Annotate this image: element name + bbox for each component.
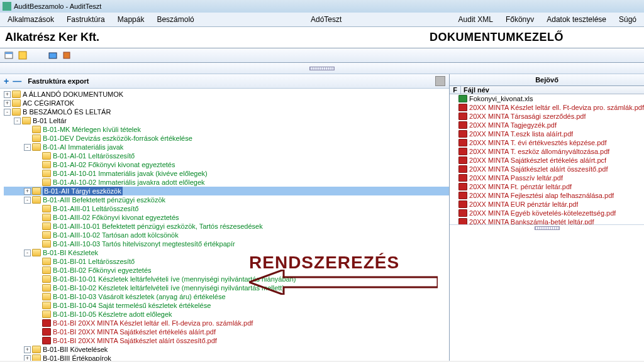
tree-row[interactable]: B-01-AIII-10-01 Befektetett pénzügyi esz… [4,222,449,231]
menu-auditxml[interactable]: Audit XML [453,14,498,25]
expander-icon[interactable]: - [14,118,21,124]
tree-row[interactable]: -B-01-BI Készletek [4,248,449,257]
folder-icon [22,117,31,124]
file-row[interactable]: 20XX MINTA Társasági szerződés.pdf [450,112,644,121]
tree-label: B-01-BI-02 Főkönyvi egyeztetés [53,266,152,275]
file-row[interactable]: 20XX MINTA Bankszámla-betét leltár.pdf [450,217,644,224]
expander-icon[interactable]: + [4,100,11,107]
tree-label: A ÁLLANDÓ DOKUMENTUMOK [23,90,123,99]
file-name: 20XX MINTA Ft. pénztár leltár.pdf [469,183,572,190]
tree-row[interactable]: B-01-BI-10-03 Vásárolt készletek (anyag … [4,292,449,301]
menu-fastruktura[interactable]: Fastruktúra [62,14,110,25]
col-name[interactable]: Fájl név [461,86,644,94]
tree-row[interactable]: -B-01-AI Immateriális javak [4,143,449,151]
toolbar-icon-1[interactable] [4,50,14,60]
folder-icon [32,126,41,133]
toolbar-icon-3[interactable] [48,50,58,60]
file-name: 20XX MINTA T.eszk lista aláírt.pdf [469,130,573,138]
tree-row[interactable]: B-01-AI-02 Főkönyvi kivonat egyeztetés [4,160,449,169]
tree-row[interactable]: B-01-AIII-10-02 Tartósan adott kölcsönök [4,231,449,239]
tree-row[interactable]: B-01-AI-01 Leltárösszesítő [4,151,449,160]
tree-row[interactable]: B-01-BI-10-05 Készletre adott előlegek [4,310,449,319]
expander-icon[interactable]: - [24,250,31,256]
folder-icon [42,178,51,186]
expander-icon[interactable]: - [4,109,11,116]
copy-icon[interactable] [435,76,445,86]
tree-row[interactable]: B-01-AIII-10-03 Tartós hitelviszonyt meg… [4,239,449,248]
tree-row[interactable]: B-01-BI-10-01 Készletek leltárfelvételi … [4,275,449,283]
pdf-icon [458,148,467,155]
tree-row[interactable]: +B-01-AII Tárgyi eszközök [4,187,449,195]
menu-beszamolo[interactable]: Beszámoló [152,14,199,25]
tree-row[interactable]: B-01-BI-02 Főkönyvi egyeztetés [4,266,449,275]
menu-fokonyv[interactable]: Főkönyv [501,14,539,25]
tree-row[interactable]: B-01-BI 20XX MINTA Sajátkészlet értékelé… [4,327,449,336]
tree-row[interactable]: -B-01 Leltár [4,116,449,125]
tree-row[interactable]: B-01-AIII-02 Főkönyvi kivonat egyeztetés [4,213,449,222]
company-name: Alkatrész Ker Kft. [5,31,99,44]
tree-row[interactable]: B-01-MK Mérlegen kívüli tételek [4,125,449,134]
tree-row[interactable]: +A ÁLLANDÓ DOKUMENTUMOK [4,90,449,99]
file-row[interactable]: 20XX MINTA Sajátkészlet értékelés aláírt… [450,156,644,165]
toolbar-icon-4[interactable] [62,50,72,60]
folder-icon [12,90,21,98]
tree-row[interactable]: +B-01-BII Követelések [4,345,449,354]
tree-row[interactable]: +B-01-BIII Értékpapírok [4,354,449,361]
folder-icon [42,170,51,177]
menu-adoteszt[interactable]: AdóTeszt [306,14,347,25]
file-row[interactable]: 20XX MINTA T.eszk lista aláírt.pdf [450,129,644,138]
tree-row[interactable]: B-01-AIII-01 Leltárösszesítő [4,204,449,213]
right-tab[interactable]: Bejövő [450,74,644,86]
pdf-icon [458,174,467,182]
xls-icon [458,95,467,102]
tree-label: B-01-AIII-01 Leltárösszesítő [53,204,138,213]
file-row[interactable]: 20XX MINTA Tagjegyzék.pdf [450,121,644,129]
col-f[interactable]: F [450,86,461,94]
folder-icon [42,275,51,283]
expander-icon[interactable]: + [24,346,31,353]
tree-row[interactable]: B-01-BI 20XX MINTA Készlet leltár ell. F… [4,319,449,327]
toolbar-icon-2[interactable] [18,50,28,60]
splitter-grip[interactable] [309,67,335,70]
expander-icon[interactable]: + [24,188,31,195]
file-row[interactable]: 20XX MINTA Fejlesztési alap felhasználás… [450,191,644,200]
folder-icon [42,284,51,292]
folder-icon [32,196,41,204]
file-name: 20XX MINTA Készlet leltár ell. Ft-deviza… [469,104,644,111]
file-row[interactable]: 20XX MINTA T. évi értékvesztés képzése.p… [450,138,644,147]
file-row[interactable]: 20XX MINTA Passzív leltár.pdf [450,173,644,182]
tree-row[interactable]: B-01-BI-10-04 Saját termelésű készletek … [4,301,449,310]
tree-row[interactable]: B-01-AI-10-02 Immateriális javakra adott… [4,178,449,187]
tree-row[interactable]: B-01-BI-10-02 Készletek leltárfelvételi … [4,283,449,292]
menu-sugo[interactable]: Súgó [614,14,641,25]
expand-all-icon[interactable]: + [4,76,9,86]
file-row[interactable]: Fokonyvi_kivonat.xls [450,94,644,103]
tree-row[interactable]: -B-01-AIII Befektetett pénzügyi eszközök [4,195,449,204]
expander-icon[interactable]: + [24,355,31,361]
tree-row[interactable]: B-01-BI 20XX MINTA Sajátkészlet aláírt ö… [4,336,449,345]
folder-icon [42,302,51,309]
file-row[interactable]: 20XX MINTA T. eszköz állományváltozása.p… [450,147,644,156]
tree-row[interactable]: +AC CÉGIRATOK [4,99,449,107]
menu-mappak[interactable]: Mappák [113,14,150,25]
tree-row[interactable]: B-01-DEV Devizás eszközök-források érték… [4,134,449,143]
file-row[interactable]: 20XX MINTA Készlet leltár ell. Ft-deviza… [450,103,644,112]
expander-icon[interactable]: - [24,197,31,204]
tree-label: B-01-AI Immateriális javak [43,143,123,151]
file-row[interactable]: 20XX MINTA Egyéb követelés-kötelezettség… [450,209,644,217]
collapse-all-icon[interactable]: — [13,76,21,86]
expander-icon[interactable]: - [24,144,31,151]
tree-row[interactable]: -B BESZÁMOLÓ ÉS LELTÁR [4,107,449,116]
file-row[interactable]: 20XX MINTA Sajátkészlet aláírt összesítő… [450,165,644,173]
tree-body[interactable]: +A ÁLLANDÓ DOKUMENTUMOK+AC CÉGIRATOK-B B… [0,89,449,361]
tree-row[interactable]: B-01-AI-10-01 Immateriális javak (kivéve… [4,169,449,178]
right-splitter[interactable] [450,224,644,231]
expander-icon[interactable]: + [4,91,11,98]
file-row[interactable]: 20XX MINTA Ft. pénztár leltár.pdf [450,182,644,191]
file-row[interactable]: 20XX MINTA EUR pénztár leltár.pdf [450,200,644,209]
tree-row[interactable]: B-01-BI-01 Leltárösszesítő [4,257,449,266]
folder-icon [42,222,51,230]
file-list[interactable]: Fokonyvi_kivonat.xls20XX MINTA Készlet l… [450,94,644,224]
menu-adatok[interactable]: Adatok tesztelése [541,14,611,25]
menu-alkalmazasok[interactable]: Alkalmazások [3,14,59,25]
